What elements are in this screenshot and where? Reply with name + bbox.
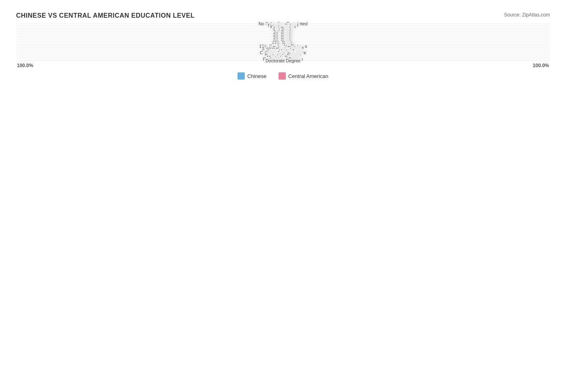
chart-source: Source: ZipAtlas.com	[504, 12, 550, 18]
bar-row: 3rd Grade	[16, 31, 550, 32]
bar-row: 8th Grade	[16, 39, 550, 40]
bar-row: 6th Grade	[16, 36, 550, 37]
bar-row: 7th Grade	[16, 38, 550, 39]
legend-chinese-label: Chinese	[247, 73, 266, 79]
legend-central-american-box	[279, 72, 286, 80]
legend-chinese-box	[238, 72, 245, 80]
bar-row: 5th Grade	[16, 35, 550, 35]
bar-row: GED/Equivalency	[16, 49, 550, 50]
footer-right-label: 100.0%	[533, 63, 549, 68]
chart-header: Chinese vs Central American Education Le…	[16, 12, 550, 19]
chart-title: Chinese vs Central American Education Le…	[16, 12, 194, 19]
bar-row: Bachelor's Degree	[16, 55, 550, 56]
bar-row: 10th Grade	[16, 43, 550, 43]
bar-row: 12th Grade, No Diploma	[16, 46, 550, 47]
bar-row: College, 1 year or more	[16, 52, 550, 53]
legend-chinese: Chinese	[238, 72, 266, 80]
chart-footer: 100.0% 100.0%	[16, 63, 550, 68]
bar-row: Doctorate Degree	[16, 60, 550, 61]
bar-row: No Schooling Completed	[16, 23, 550, 24]
legend-central-american-label: Central American	[288, 73, 328, 79]
legend-central-american: Central American	[279, 72, 328, 80]
bar-row: 11th Grade	[16, 44, 550, 45]
bar-row: 4th Grade	[16, 33, 550, 34]
bar-row: Nursery School	[16, 25, 550, 26]
footer-left-label: 100.0%	[17, 63, 33, 68]
bar-row: 9th Grade	[16, 41, 550, 42]
bar-row: Associate's Degree	[16, 54, 550, 55]
chart-body: No Schooling CompletedNursery SchoolKind…	[16, 23, 550, 61]
chart-legend: Chinese Central American	[16, 72, 550, 80]
bar-row: 1st Grade	[16, 28, 550, 29]
chart-container: Chinese vs Central American Education Le…	[8, 8, 558, 84]
bar-row: Kindergarten	[16, 27, 550, 27]
bar-row: 2nd Grade	[16, 30, 550, 31]
bar-row: Master's Degree	[16, 57, 550, 58]
bar-row: College, Under 1 year	[16, 51, 550, 51]
bar-row: Professional Degree	[16, 59, 550, 60]
bar-row: High School Diploma	[16, 47, 550, 48]
